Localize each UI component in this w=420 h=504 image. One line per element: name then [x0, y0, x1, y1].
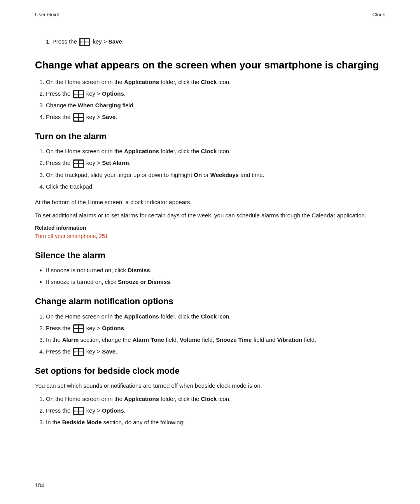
header-right: Clock — [372, 12, 385, 18]
silence-section-title: Silence the alarm — [35, 250, 385, 261]
charging-steps: On the Home screen or in the Application… — [35, 77, 385, 122]
menu-key-icon — [73, 113, 84, 122]
menu-key-icon — [73, 159, 84, 168]
charging-step2: Press the key > Options. — [46, 89, 385, 98]
alarm-para2: To set additional alarms or to set alarm… — [35, 211, 385, 220]
related-link[interactable]: Turn off your smartphone, 251 — [35, 233, 108, 239]
menu-key-icon — [73, 407, 84, 415]
charging-step4: Press the key > Save. — [46, 112, 385, 122]
silence-bullets: If snooze is not turned on, click Dismis… — [35, 266, 385, 287]
bedside-step3: In the Bedside Mode section, do any of t… — [46, 418, 385, 427]
notification-section-title: Change alarm notification options — [35, 296, 385, 307]
menu-key-icon — [73, 348, 84, 356]
menu-key-icon — [79, 38, 90, 46]
notification-step4: Press the key > Save. — [46, 347, 385, 356]
page-footer: 184 — [35, 482, 44, 488]
notification-steps: On the Home screen or in the Application… — [35, 312, 385, 356]
bedside-steps: On the Home screen or in the Application… — [35, 394, 385, 427]
notification-step3: In the Alarm section, change the Alarm T… — [46, 335, 385, 345]
page-header: User Guide Clock — [35, 12, 385, 18]
bedside-section-title: Set options for bedside clock mode — [35, 366, 385, 377]
alarm-step3: On the trackpad, slide your finger up or… — [46, 170, 385, 180]
intro-step4: Press the key > Save. — [46, 37, 385, 46]
alarm-step1: On the Home screen or in the Application… — [46, 147, 385, 156]
bedside-step2: Press the key > Options. — [46, 406, 385, 415]
menu-key-icon — [73, 90, 84, 98]
charging-section-title: Change what appears on the screen when y… — [35, 59, 385, 72]
silence-bullet2: If snooze is turned on, click Snooze or … — [46, 277, 385, 287]
bedside-step1: On the Home screen or in the Application… — [46, 394, 385, 404]
header-left: User Guide — [35, 12, 61, 18]
notification-step2: Press the key > Options. — [46, 324, 385, 333]
silence-bullet1: If snooze is not turned on, click Dismis… — [46, 266, 385, 275]
alarm-para1: At the bottom of the Home screen, a cloc… — [35, 198, 385, 207]
menu-key-icon — [73, 324, 84, 333]
notification-step1: On the Home screen or in the Application… — [46, 312, 385, 321]
charging-step3: Change the When Charging field. — [46, 101, 385, 110]
charging-step1: On the Home screen or in the Application… — [46, 77, 385, 87]
related-info: Related information Turn off your smartp… — [35, 225, 385, 239]
alarm-steps: On the Home screen or in the Application… — [35, 147, 385, 191]
bedside-intro: You can set which sounds or notification… — [35, 381, 385, 390]
save-label: Save — [108, 38, 122, 45]
alarm-step4: Click the trackpad. — [46, 182, 385, 191]
alarm-step2: Press the key > Set Alarm. — [46, 158, 385, 168]
related-info-label: Related information — [35, 225, 385, 231]
page-number: 184 — [35, 482, 44, 488]
alarm-section-title: Turn on the alarm — [35, 131, 385, 142]
